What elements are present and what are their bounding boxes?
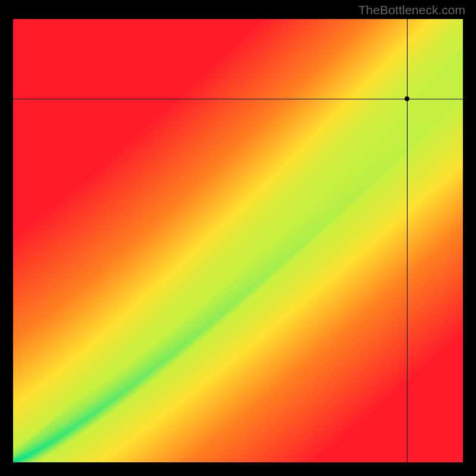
crosshair-vertical bbox=[407, 19, 408, 462]
crosshair-horizontal bbox=[13, 99, 463, 99]
heatmap-plot bbox=[13, 19, 463, 462]
chart-container: TheBottleneck.com bbox=[0, 0, 476, 476]
crosshair-marker bbox=[405, 96, 409, 101]
heatmap-canvas bbox=[13, 19, 463, 462]
watermark-text: TheBottleneck.com bbox=[358, 3, 465, 17]
